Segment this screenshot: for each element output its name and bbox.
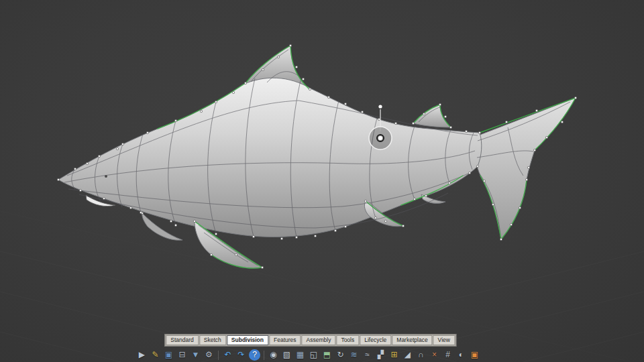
shark-model[interactable] — [57, 44, 576, 268]
print-icon[interactable]: ⊟ — [176, 349, 188, 361]
crease-icon[interactable]: ◢ — [402, 349, 413, 361]
loft-icon[interactable]: ≋ — [348, 349, 360, 361]
tab-sketch[interactable]: Sketch — [199, 335, 226, 345]
export-icon[interactable]: ▼ — [190, 349, 201, 361]
trim-icon[interactable]: × — [429, 349, 440, 361]
undo-icon[interactable]: ↶ — [222, 349, 233, 361]
ribbon-tab-bar: Standard Sketch Subdivision Features Ass… — [164, 334, 456, 347]
sketch-icon[interactable]: ✎ — [150, 349, 161, 361]
redo-icon[interactable]: ↷ — [235, 349, 247, 361]
toolbar-separator — [264, 351, 264, 360]
tab-marketplace[interactable]: Marketplace — [392, 335, 432, 345]
plane-icon[interactable]: ◱ — [308, 349, 319, 361]
tab-assembly[interactable]: Assembly — [302, 335, 336, 345]
gizmo-center-handle[interactable] — [378, 136, 382, 140]
settings-gear-icon[interactable]: ⚙ — [203, 349, 215, 361]
toolbar-separator — [218, 351, 219, 360]
box-icon[interactable]: ▧ — [281, 349, 292, 361]
main-toolbar: ▶ ✎ ▣ ⊟ ▼ ⚙ ↶ ↷ ? ◉ ▧ ▦ ◱ ⬒ ↻ ≋ ≈ ▞ ⊞ ◢ … — [136, 349, 480, 361]
tab-tools[interactable]: Tools — [336, 335, 359, 345]
gizmo-axis-handle[interactable] — [378, 105, 382, 108]
shark-body[interactable] — [58, 78, 482, 237]
viewport-3d[interactable] — [0, 0, 644, 362]
measure-icon[interactable]: # — [442, 349, 453, 361]
tab-subdivision[interactable]: Subdivision — [227, 335, 268, 345]
select-icon[interactable]: ▶ — [136, 349, 148, 361]
tab-lifecycle[interactable]: Lifecycle — [360, 335, 391, 345]
save-icon[interactable]: ▣ — [163, 349, 174, 361]
marketplace-icon[interactable]: ▣ — [469, 349, 480, 361]
sphere-icon[interactable]: ◉ — [268, 349, 279, 361]
revolve-icon[interactable]: ↻ — [335, 349, 346, 361]
viewport-canvas[interactable] — [0, 0, 644, 362]
material-icon[interactable]: ◐ — [455, 349, 467, 361]
bridge-icon[interactable]: ∩ — [415, 349, 427, 361]
mesh-icon[interactable]: ▦ — [294, 349, 306, 361]
tab-features[interactable]: Features — [269, 335, 301, 345]
help-icon[interactable]: ? — [249, 349, 260, 361]
tab-standard[interactable]: Standard — [166, 335, 199, 345]
extrude-icon[interactable]: ⬒ — [321, 349, 333, 361]
caudal-fin[interactable] — [473, 98, 576, 239]
mirror-icon[interactable]: ▞ — [375, 349, 386, 361]
subdivide-icon[interactable]: ⊞ — [388, 349, 400, 361]
tab-view[interactable]: View — [433, 335, 455, 345]
sweep-icon[interactable]: ≈ — [362, 349, 373, 361]
